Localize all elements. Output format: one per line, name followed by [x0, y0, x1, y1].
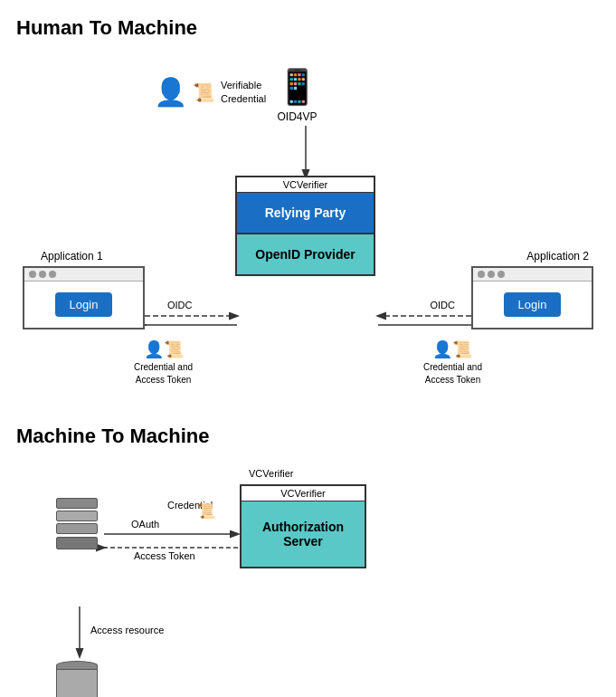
server-stack: [56, 498, 98, 549]
vcverifier-box: VCVerifier Relying Party OpenID Provider: [235, 176, 375, 276]
app1-title: Application 1: [41, 250, 103, 263]
cred-icon-left: 👤📜: [144, 339, 184, 361]
phone-icon: 📱: [276, 67, 318, 107]
relying-party-box: Relying Party: [237, 193, 374, 234]
cred-token-right-area: 👤📜 Credential andAccess Token: [423, 339, 482, 387]
oid4vp-label: OID4VP: [277, 110, 317, 123]
oidc-right-label: OIDC: [431, 300, 456, 310]
m2m-title: Machine To Machine: [0, 415, 616, 448]
app2-box: Login: [471, 266, 593, 329]
oidc-left-label: OIDC: [167, 300, 193, 310]
openid-provider-box: OpenID Provider: [237, 234, 374, 274]
vcverifier-m2m-label: VCVerifier: [242, 486, 365, 501]
app2-title: Application 2: [526, 250, 589, 263]
vcverifier-m2m-label-header: VCVerifier: [249, 468, 294, 479]
cred-token-left-label: Credential andAccess Token: [134, 361, 193, 387]
cred-icon-right: 👤📜: [432, 339, 472, 361]
verifiable-credential-label: VerifiableCredential: [221, 79, 266, 105]
app2-titlebar: [473, 268, 592, 282]
vcverifier-label: VCVerifier: [237, 177, 374, 193]
credential-icon: 📜: [193, 81, 215, 103]
cred-token-right-label: Credential andAccess Token: [423, 361, 482, 387]
person-credential-area: 👤 📜 VerifiableCredential: [154, 76, 266, 108]
app1-titlebar: [24, 268, 143, 282]
h2m-diagram: 👤 📜 VerifiableCredential 📱 OID4VP VCVeri…: [0, 40, 616, 415]
h2m-title: Human To Machine: [0, 0, 616, 40]
access-resource-label: Access resource: [90, 625, 164, 635]
phone-area: 📱 OID4VP: [276, 67, 318, 123]
auth-server-box: VCVerifier Authorization Server: [240, 484, 366, 568]
cred-token-left-area: 👤📜 Credential andAccess Token: [134, 339, 193, 387]
access-token-label: Access Token: [134, 550, 195, 561]
database-icon: [56, 661, 98, 697]
oauth-label: OAuth: [131, 519, 159, 530]
person-icon: 👤: [154, 76, 187, 108]
credential-m2m-icon: 📜: [197, 502, 215, 520]
app1-box: Login: [23, 266, 145, 329]
app2-login-button[interactable]: Login: [504, 292, 562, 317]
app1-login-button[interactable]: Login: [55, 292, 113, 317]
m2m-diagram: VCVerifier VCVerifier Authorization Serv…: [0, 448, 616, 697]
authorization-server-box: Authorization Server: [242, 501, 365, 567]
